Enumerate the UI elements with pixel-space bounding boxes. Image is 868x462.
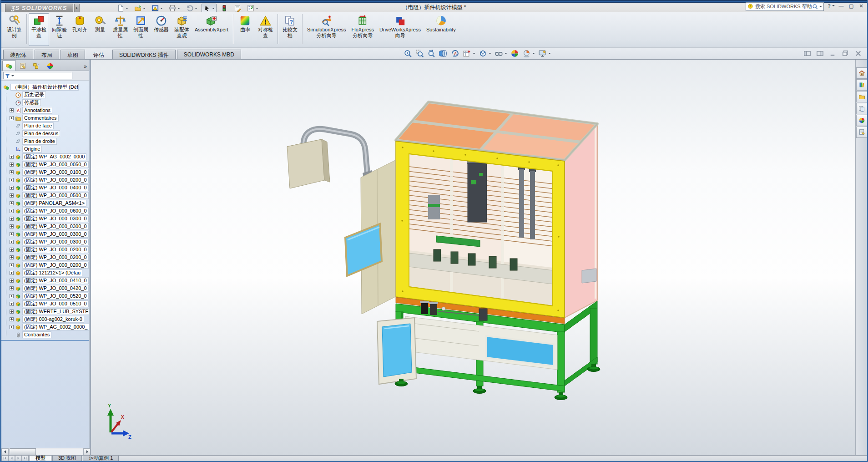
minimize-window-button[interactable]: — <box>837 3 845 10</box>
driveworksxpress-wizard-button[interactable]: DriveWorksXpress 向导 <box>377 13 424 46</box>
panel-splitter[interactable] <box>89 60 91 455</box>
expand-plus-icon[interactable] <box>10 232 14 236</box>
search-dropdown-icon[interactable] <box>819 6 822 9</box>
design-study-button[interactable]: 设计算 例 <box>4 13 25 46</box>
tree-item[interactable]: Contraintes <box>1 331 90 339</box>
tree-item[interactable]: 历史记录 <box>1 91 90 99</box>
propertymanager-tab[interactable] <box>16 61 30 71</box>
tree-item[interactable]: (固定) WP_JO_000_0100_0 <box>1 168 90 176</box>
tree-item[interactable]: (固定) WP_JO_000_0500_0 <box>1 192 90 199</box>
tab-evaluate[interactable]: 评估 <box>86 50 111 59</box>
tree-item[interactable]: Plan de droite <box>1 137 90 145</box>
tree-item[interactable]: (固定) WP_JO_000_0520_0 <box>1 292 90 300</box>
tree-item[interactable]: (固定) 121212<1> (Défau <box>1 269 90 277</box>
restore-window-button[interactable]: ▢ <box>847 3 855 10</box>
expand-plus-icon[interactable] <box>10 317 14 321</box>
new-document-dropdown-icon[interactable] <box>126 8 128 10</box>
section-properties-button[interactable]: 剖面属 性 <box>131 13 151 46</box>
tree-item[interactable]: (固定) WP_AG_0002_0000_ <box>1 323 90 331</box>
view-palette-button[interactable] <box>856 103 867 114</box>
tree-filter-input[interactable] <box>3 72 72 79</box>
clearance-verification-button[interactable]: 间隙验 证 <box>49 13 70 46</box>
tree-item[interactable]: (固定) WP_JO_000_0400_0 <box>1 184 90 192</box>
print-dropdown-icon[interactable] <box>177 8 180 10</box>
view-settings-dropdown-icon[interactable] <box>548 53 551 56</box>
apply-scene-dropdown-icon[interactable] <box>532 53 535 56</box>
doc-tab-motion-study[interactable]: 运动算例 1 <box>83 456 119 461</box>
nav-prev-button[interactable] <box>8 456 15 461</box>
tile-horizontally-button[interactable] <box>816 50 825 57</box>
interference-check-button[interactable]: 干涉检 查 <box>29 13 49 46</box>
view-settings-button[interactable] <box>538 49 551 58</box>
expand-plus-icon[interactable] <box>10 186 14 190</box>
tree-item[interactable]: (固定) PANOLAR_ASM<1> <box>1 199 90 207</box>
tile-vertically-button[interactable] <box>803 50 812 57</box>
configurationmanager-tab[interactable] <box>30 61 43 71</box>
assemblyxpert-button[interactable]: AssemblyXpert <box>192 13 231 46</box>
doc-tab-model[interactable]: 模型 <box>30 456 51 461</box>
expand-plus-icon[interactable] <box>10 302 14 306</box>
measure-button[interactable]: 测量 <box>90 13 110 46</box>
filter-dropdown-icon[interactable] <box>11 75 14 78</box>
expand-plus-icon[interactable] <box>10 193 14 198</box>
custom-properties-button[interactable] <box>856 127 867 138</box>
tree-item[interactable]: (固定) WP_JO_000_0300_0 <box>1 215 90 223</box>
scrollbar-track[interactable] <box>36 448 83 455</box>
hole-alignment-button[interactable]: 孔对齐 <box>70 13 90 46</box>
open-document-button[interactable] <box>132 4 147 13</box>
edit-appearance-button[interactable] <box>510 49 519 58</box>
tree-item[interactable]: (固定) WP_JO_000_0200_0 <box>1 246 90 254</box>
expand-plus-icon[interactable] <box>10 116 14 120</box>
restore-document-button[interactable] <box>842 50 851 57</box>
machine-3d-model[interactable] <box>283 86 616 405</box>
tree-item[interactable]: (固定) WP_JO_000_0300_0 <box>1 238 90 246</box>
tree-item[interactable]: (固定) WP_JO_000_0050_0 <box>1 161 90 168</box>
tree-horizontal-scrollbar[interactable] <box>1 448 91 455</box>
tab-layout[interactable]: 布局 <box>35 50 59 59</box>
print-button[interactable] <box>167 4 182 13</box>
expand-plus-icon[interactable] <box>10 162 14 167</box>
zoom-to-area-button[interactable] <box>415 49 424 58</box>
hide-show-items-button[interactable] <box>495 49 507 58</box>
file-explorer-button[interactable] <box>856 91 867 102</box>
nav-last-button[interactable] <box>22 456 29 461</box>
expand-plus-icon[interactable] <box>10 248 14 252</box>
tree-item[interactable]: (固定) WP_JO_000_0300_0 <box>1 223 90 230</box>
expand-plus-icon[interactable] <box>10 255 14 259</box>
expand-plus-icon[interactable] <box>10 217 14 221</box>
expand-plus-icon[interactable] <box>10 286 14 290</box>
menu-expand-arrow[interactable]: ▸ <box>74 4 80 12</box>
doc-tab-3d-views[interactable]: 3D 视图 <box>52 456 82 461</box>
tree-item[interactable]: (固定) WP_JO_000_0510_0 <box>1 300 90 308</box>
appearances-scenes-button[interactable] <box>856 115 867 126</box>
tree-item[interactable]: (固定) WERTE_LUB_SYSTE <box>1 308 90 315</box>
expand-plus-icon[interactable] <box>10 310 14 314</box>
nav-next-button[interactable] <box>15 456 22 461</box>
expand-plus-icon[interactable] <box>10 294 14 298</box>
sustainability-button[interactable]: Sustainability <box>424 13 459 46</box>
curvature-button[interactable]: 曲率 <box>235 13 255 46</box>
expand-plus-icon[interactable] <box>10 170 14 174</box>
help-button[interactable]: ? <box>827 3 835 10</box>
tree-item[interactable]: AAnnotations <box>1 107 90 114</box>
help-dropdown-icon[interactable] <box>832 5 835 8</box>
expand-plus-icon[interactable] <box>10 263 14 267</box>
assembly-visualization-button[interactable]: 装配体 直观 <box>172 13 192 46</box>
expand-plus-icon[interactable] <box>10 240 14 244</box>
expand-plus-icon[interactable] <box>10 209 14 213</box>
tree-item[interactable]: (固定) WP_JO_000_0420_0 <box>1 284 90 292</box>
tree-item[interactable]: (固定) 000-ag002_koruk-0 <box>1 315 90 323</box>
graphics-viewport[interactable]: Y X Z <box>91 60 855 455</box>
hide-show-items-dropdown-icon[interactable] <box>505 53 507 56</box>
previous-view-button[interactable] <box>427 49 436 58</box>
expand-plus-icon[interactable] <box>10 224 14 228</box>
sensor-button[interactable]: 传感器 <box>151 13 172 46</box>
tree-item[interactable]: Origine <box>1 145 90 153</box>
search-box[interactable]: ? 搜索 SOLIDWORKS 帮助 <box>746 2 824 11</box>
display-style-button[interactable] <box>479 49 491 58</box>
close-document-button[interactable] <box>854 50 863 57</box>
expand-plus-icon[interactable] <box>10 271 14 275</box>
tree-item[interactable]: (固定) WP_JO_000_0600_0 <box>1 207 90 215</box>
expand-plus-icon[interactable] <box>10 108 14 112</box>
tree-item[interactable]: (固定) WP_JO_000_0200_0 <box>1 261 90 269</box>
